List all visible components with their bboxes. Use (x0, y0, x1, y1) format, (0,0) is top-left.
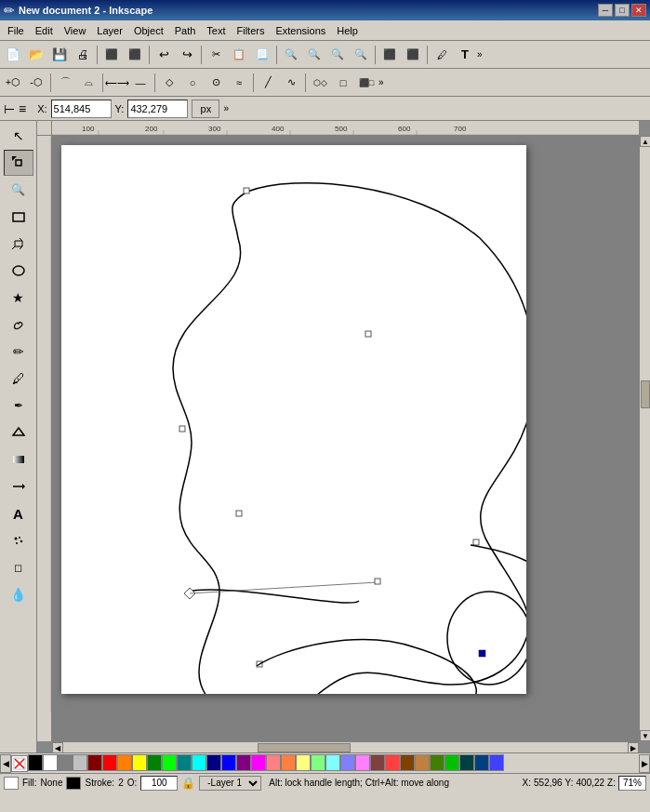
fill-stroke-button[interactable]: ⬛ (378, 44, 401, 66)
menu-item-edit[interactable]: Edit (30, 23, 59, 38)
palette-color-8[interactable] (147, 754, 162, 771)
menu-item-text[interactable]: Text (201, 23, 231, 38)
palette-color-1[interactable] (43, 754, 58, 771)
pencil-tool[interactable]: ✏ (4, 339, 33, 365)
coord-unit[interactable]: px (192, 100, 219, 118)
rect-tool[interactable] (4, 204, 33, 230)
scroll-left-button[interactable]: ◀ (52, 742, 63, 752)
menu-item-layer[interactable]: Layer (91, 23, 128, 38)
minimize-button[interactable]: ─ (598, 4, 613, 17)
show-handles-button[interactable]: ⬡◇ (309, 72, 331, 94)
export-button[interactable]: ⬛ (124, 44, 146, 66)
palette-color-23[interactable] (370, 754, 385, 771)
palette-color-13[interactable] (221, 754, 236, 771)
palette-scroll-right[interactable]: ▶ (639, 754, 650, 773)
node-tool[interactable] (4, 150, 33, 176)
clip-path-button[interactable]: ⬛□ (355, 72, 378, 94)
smooth-node-button[interactable]: ○ (181, 72, 204, 94)
layer-selector[interactable]: -Layer 1 (199, 776, 261, 791)
new-button[interactable]: 📄 (2, 44, 24, 66)
open-button[interactable]: 📂 (25, 44, 47, 66)
pen-tool[interactable]: 🖊 (4, 366, 33, 392)
toolbar-more[interactable]: » (477, 44, 486, 66)
palette-color-28[interactable] (444, 754, 459, 771)
import-button[interactable]: ⬛ (100, 44, 123, 66)
scroll-up-button[interactable]: ▲ (640, 136, 650, 147)
auto-smooth-button[interactable]: ≈ (228, 72, 250, 94)
y-input[interactable] (127, 100, 188, 118)
symmetric-node-button[interactable]: ⊙ (205, 72, 227, 94)
palette-color-18[interactable] (296, 754, 311, 771)
pen-tool-button[interactable]: 🖊 (431, 44, 453, 66)
horizontal-scrollbar[interactable]: ◀ ▶ (52, 741, 639, 752)
palette-color-7[interactable] (132, 754, 147, 771)
line-segment-button[interactable]: ╱ (257, 72, 279, 94)
no-color-swatch[interactable] (11, 755, 28, 772)
opacity-input[interactable] (140, 776, 178, 791)
spray-tool[interactable] (4, 527, 33, 553)
palette-color-25[interactable] (400, 754, 415, 771)
text-tool[interactable]: A (4, 500, 33, 526)
close-button[interactable]: ✕ (631, 4, 646, 17)
maximize-button[interactable]: □ (615, 4, 630, 17)
palette-color-21[interactable] (340, 754, 355, 771)
zoom-page-button[interactable]: 🔍 (350, 44, 372, 66)
palette-color-19[interactable] (311, 754, 325, 771)
undo-button[interactable]: ↩ (153, 44, 175, 66)
calligraphy-tool[interactable]: ✒ (4, 393, 33, 419)
menu-item-object[interactable]: Object (128, 23, 169, 38)
palette-color-6[interactable] (117, 754, 132, 771)
redo-button[interactable]: ↪ (176, 44, 198, 66)
selector-tool[interactable]: ↖ (4, 123, 33, 149)
palette-color-24[interactable] (385, 754, 400, 771)
palette-color-17[interactable] (281, 754, 296, 771)
star-tool[interactable]: ★ (4, 285, 33, 311)
palette-color-27[interactable] (430, 754, 444, 771)
canvas-container[interactable]: 100 200 300 400 500 600 700 (37, 121, 650, 752)
palette-color-10[interactable] (177, 754, 192, 771)
palette-color-0[interactable] (28, 754, 43, 771)
palette-color-12[interactable] (206, 754, 221, 771)
menu-item-extensions[interactable]: Extensions (270, 23, 331, 38)
spiral-tool[interactable] (4, 312, 33, 338)
print-button[interactable]: 🖨 (72, 44, 94, 66)
stroke-color-swatch[interactable] (66, 777, 81, 790)
paint-bucket-tool[interactable] (4, 419, 33, 446)
ellipse-tool[interactable] (4, 258, 33, 284)
paste-button[interactable]: 📃 (251, 44, 273, 66)
text-tool-button[interactable]: T (454, 44, 476, 66)
palette-color-22[interactable] (355, 754, 370, 771)
palette-scroll-left[interactable]: ◀ (0, 754, 11, 773)
menu-item-view[interactable]: View (59, 23, 92, 38)
menu-item-file[interactable]: File (2, 23, 30, 38)
palette-color-4[interactable] (87, 754, 102, 771)
menu-item-filters[interactable]: Filters (232, 23, 271, 38)
copy-button[interactable]: 📋 (228, 44, 250, 66)
xml-editor-button[interactable]: ⬛ (402, 44, 424, 66)
save-button[interactable]: 💾 (48, 44, 71, 66)
palette-color-16[interactable] (266, 754, 281, 771)
scroll-down-button[interactable]: ▼ (640, 730, 650, 741)
break-nodes-button[interactable]: ⌓ (77, 72, 99, 94)
palette-color-26[interactable] (415, 754, 430, 771)
vscroll-thumb[interactable] (641, 380, 650, 408)
join-endnodes-button[interactable]: ⟵⟶ (106, 72, 128, 94)
palette-color-11[interactable] (192, 754, 206, 771)
coord-more[interactable]: » (223, 98, 232, 120)
canvas-viewport[interactable] (52, 136, 639, 741)
node-toolbar-more[interactable]: » (378, 72, 388, 94)
palette-color-9[interactable] (162, 754, 177, 771)
menu-item-help[interactable]: Help (331, 23, 364, 38)
palette-color-15[interactable] (251, 754, 266, 771)
scroll-right-button[interactable]: ▶ (628, 742, 639, 752)
connector-tool[interactable] (4, 473, 33, 499)
cut-button[interactable]: ✂ (205, 44, 227, 66)
palette-color-2[interactable] (58, 754, 73, 771)
palette-color-30[interactable] (474, 754, 489, 771)
show-outline-button[interactable]: □ (332, 72, 354, 94)
vertical-scrollbar[interactable]: ▲ ▼ (639, 136, 650, 741)
eraser-tool[interactable]: ◻ (4, 554, 33, 580)
palette-color-3[interactable] (73, 754, 87, 771)
3dbox-tool[interactable] (4, 231, 33, 257)
zoom-in-button[interactable]: 🔍 (280, 44, 302, 66)
